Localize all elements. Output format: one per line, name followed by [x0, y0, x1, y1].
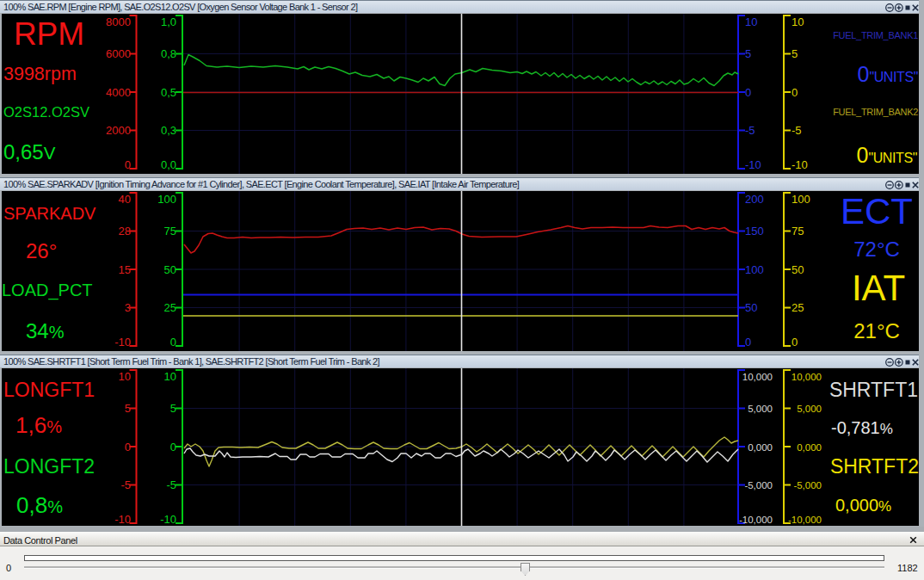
svg-text:10,000: 10,000 — [742, 372, 773, 382]
svg-text:28: 28 — [119, 225, 131, 238]
svg-text:5: 5 — [170, 402, 176, 415]
svg-text:5,000: 5,000 — [797, 404, 822, 414]
svg-text:100: 100 — [157, 193, 176, 206]
svg-text:-5: -5 — [120, 478, 131, 491]
svg-text:-5,000: -5,000 — [793, 480, 822, 491]
svg-text:25: 25 — [792, 301, 804, 314]
svg-text:3: 3 — [125, 301, 131, 314]
svg-text:5: 5 — [745, 47, 751, 60]
svg-text:0,65V: 0,65V — [3, 140, 56, 164]
svg-text:-0,781%: -0,781% — [831, 418, 893, 437]
svg-text:0,000%: 0,000% — [835, 496, 891, 515]
svg-text:LONGFT2: LONGFT2 — [3, 455, 95, 478]
svg-text:10: 10 — [792, 15, 804, 28]
svg-text:50: 50 — [792, 263, 804, 276]
svg-text:FUEL_TRIM_BANK2: FUEL_TRIM_BANK2 — [833, 107, 918, 117]
svg-text:0: 0 — [792, 86, 798, 99]
svg-text:SHRTFT2: SHRTFT2 — [830, 455, 919, 478]
svg-text:75: 75 — [164, 225, 176, 238]
svg-text:72°C: 72°C — [853, 238, 900, 261]
svg-text:10: 10 — [745, 15, 757, 28]
svg-text:100: 100 — [792, 193, 810, 206]
svg-text:4000: 4000 — [106, 86, 131, 99]
svg-text:0,8: 0,8 — [161, 47, 176, 60]
svg-text:5: 5 — [125, 402, 131, 415]
svg-text:26°: 26° — [26, 239, 57, 262]
svg-text:50: 50 — [745, 301, 757, 314]
svg-text:40: 40 — [119, 193, 131, 206]
svg-text:0,000: 0,000 — [748, 442, 773, 453]
svg-text:1,0: 1,0 — [161, 15, 176, 28]
svg-text:0: 0 — [792, 336, 798, 349]
svg-text:-5: -5 — [166, 478, 176, 491]
svg-text:8000: 8000 — [106, 15, 131, 28]
svg-text:0: 0 — [745, 336, 751, 349]
svg-text:10: 10 — [164, 370, 176, 383]
svg-text:LOAD_PCT: LOAD_PCT — [2, 281, 93, 300]
svg-text:200: 200 — [745, 193, 764, 206]
svg-text:FUEL_TRIM_BANK1: FUEL_TRIM_BANK1 — [833, 30, 918, 40]
svg-text:0: 0 — [170, 441, 176, 454]
svg-text:RPM: RPM — [14, 16, 84, 52]
svg-text:34%: 34% — [26, 319, 65, 342]
svg-text:0: 0 — [170, 336, 176, 349]
svg-text:10: 10 — [119, 370, 131, 383]
svg-text:-10,000: -10,000 — [739, 515, 773, 525]
svg-text:5: 5 — [792, 47, 798, 60]
svg-text:IAT: IAT — [852, 268, 905, 308]
svg-text:75: 75 — [792, 225, 804, 238]
svg-text:6000: 6000 — [106, 47, 131, 60]
svg-text:3998rpm: 3998rpm — [3, 64, 77, 84]
svg-text:2000: 2000 — [106, 124, 131, 137]
svg-text:0: 0 — [125, 441, 131, 454]
svg-text:0,5: 0,5 — [161, 86, 176, 99]
svg-text:LONGFT1: LONGFT1 — [3, 379, 95, 401]
svg-text:10,000: 10,000 — [792, 372, 822, 382]
svg-text:0,3: 0,3 — [161, 124, 176, 137]
svg-text:0,000: 0,000 — [797, 442, 822, 453]
svg-text:15: 15 — [119, 263, 131, 276]
svg-text:-5,000: -5,000 — [744, 480, 773, 491]
svg-text:SHRTFT1: SHRTFT1 — [829, 379, 918, 401]
svg-text:21°C: 21°C — [853, 319, 900, 342]
svg-text:-10: -10 — [114, 513, 131, 526]
svg-text:-10: -10 — [160, 513, 176, 526]
svg-text:25: 25 — [164, 301, 176, 314]
svg-text:-5: -5 — [792, 124, 802, 137]
svg-text:150: 150 — [745, 225, 764, 238]
svg-text:-10: -10 — [745, 158, 761, 171]
svg-text:5,000: 5,000 — [748, 404, 773, 414]
svg-text:SPARKADV: SPARKADV — [3, 204, 96, 223]
svg-text:100: 100 — [745, 263, 764, 276]
svg-text:0,0: 0,0 — [161, 158, 176, 171]
svg-text:0: 0 — [125, 158, 131, 171]
svg-text:-10: -10 — [792, 158, 808, 171]
svg-text:0: 0 — [745, 86, 751, 99]
svg-text:ECT: ECT — [841, 191, 913, 231]
svg-text:-5: -5 — [745, 124, 755, 137]
svg-text:50: 50 — [164, 263, 176, 276]
svg-text:-10: -10 — [114, 336, 131, 349]
svg-text:-10,000: -10,000 — [788, 515, 822, 525]
svg-text:O2S12.O2SV: O2S12.O2SV — [3, 104, 89, 120]
